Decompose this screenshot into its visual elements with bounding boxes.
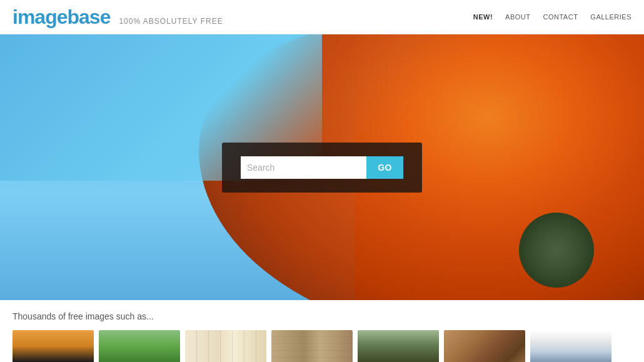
logo[interactable]: imagebase <box>13 6 110 29</box>
thumbnails-row <box>13 330 631 362</box>
thumbnail-2[interactable] <box>99 330 180 362</box>
nav-about[interactable]: About <box>505 13 530 21</box>
search-container: GO <box>222 143 422 193</box>
thumbnail-1[interactable] <box>13 330 94 362</box>
thumbnail-3[interactable] <box>185 330 266 362</box>
thumbnail-4[interactable] <box>271 330 353 362</box>
navigation: NEW! About Contact Galleries <box>473 13 631 21</box>
go-button[interactable]: GO <box>366 156 403 179</box>
thumbnail-6[interactable] <box>444 330 525 362</box>
nav-new[interactable]: NEW! <box>473 13 493 21</box>
tagline: 100% Absolutely Free <box>119 17 223 26</box>
nav-galleries[interactable]: Galleries <box>590 13 631 21</box>
hero-flower-center <box>519 213 594 288</box>
header: imagebase 100% Absolutely Free NEW! Abou… <box>0 0 644 34</box>
logo-area: imagebase 100% Absolutely Free <box>13 6 223 29</box>
bottom-label: Thousands of free images such as... <box>13 311 631 321</box>
bottom-section: Thousands of free images such as... <box>0 300 644 362</box>
thumbnail-5[interactable] <box>358 330 439 362</box>
nav-contact[interactable]: Contact <box>543 13 578 21</box>
thumbnail-7[interactable] <box>530 330 611 362</box>
hero-section: GO <box>0 34 644 300</box>
search-input[interactable] <box>241 156 366 179</box>
